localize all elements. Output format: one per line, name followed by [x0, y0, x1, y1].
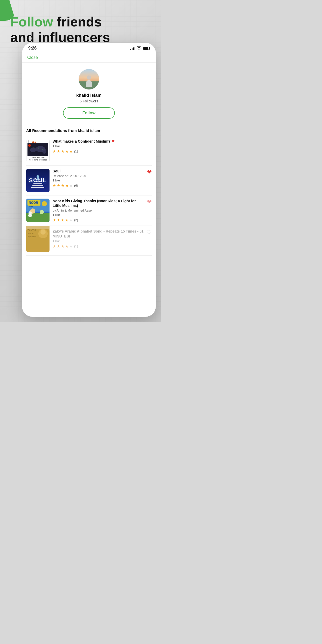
- stars-row-2: ★ ★ ★ ★ ★ (6): [53, 183, 144, 188]
- svg-point-1: [30, 148, 36, 152]
- star-1: ★: [53, 244, 56, 249]
- thumbnail-noor: NOOR Kids: [26, 199, 50, 222]
- svg-rect-10: [32, 185, 43, 186]
- star-2: ★: [57, 183, 60, 188]
- list-item: ZAKY'S Arabic Alphabet Zaky's Arabic Alp…: [26, 226, 152, 256]
- thumb-footer: LAMIC SOLUTIOfor today's problems: [29, 157, 47, 161]
- review-count-2: (6): [74, 184, 78, 187]
- close-bar: Close: [22, 53, 156, 63]
- rec-subtitle-2: Release on: 2020-12-25: [53, 174, 144, 178]
- svg-point-7: [28, 144, 31, 147]
- avatar-figure: [86, 75, 92, 87]
- review-count-4: (1): [74, 244, 78, 248]
- rec-title-4: Zaky's Arabic Alphabet Song - Repeats 15…: [53, 229, 144, 238]
- stars-row-4: ★ ★ ★ ★ ★ (1): [53, 244, 144, 249]
- rec-info-1: What makes a Confident Muslim? ❤ 1 like …: [53, 139, 152, 154]
- soul-title-text: SOUL: [29, 177, 47, 184]
- review-count-3: (2): [74, 218, 78, 222]
- list-item: SOUL Soul Release on: 2020-12-25 1 like …: [26, 166, 152, 195]
- star-4: ★: [65, 218, 68, 222]
- svg-text:Kids: Kids: [29, 205, 33, 207]
- heart-button-4[interactable]: ♡: [146, 229, 152, 236]
- svg-rect-9: [31, 187, 44, 188]
- rec-likes-1: 1 like: [53, 144, 144, 148]
- map-graphic: [27, 143, 48, 156]
- signal-bars-icon: [130, 46, 135, 50]
- hero-section: Follow friends and influencers: [10, 14, 110, 45]
- rec-info-3: Noor Kids Giving Thanks (Noor Kids; A Li…: [53, 199, 152, 222]
- recommendations-section: All Recommendations from khalid islam 🎙 …: [22, 124, 156, 256]
- star-1: ★: [53, 183, 56, 188]
- stars-row-1: ★ ★ ★ ★ ★ (1): [53, 149, 144, 154]
- list-item: NOOR Kids: [26, 195, 152, 226]
- svg-point-21: [42, 201, 47, 206]
- mic-icon: 🎙: [27, 140, 30, 143]
- islu-label: ISL∪: [31, 141, 36, 143]
- follow-button[interactable]: Follow: [63, 107, 115, 119]
- thumb-top: 🎙 ISL∪: [27, 140, 48, 143]
- svg-text:ZAKY'S: ZAKY'S: [27, 229, 36, 232]
- recommendations-title: All Recommendations from khalid islam: [26, 128, 152, 133]
- phone-content[interactable]: Close khalid islam 5 Followers Follow: [22, 53, 156, 317]
- svg-point-27: [30, 211, 32, 215]
- profile-section: khalid islam 5 Followers Follow: [22, 63, 156, 124]
- star-5: ★: [69, 183, 73, 188]
- signal-bar-4: [134, 47, 135, 50]
- person-head: [87, 75, 91, 80]
- star-3: ★: [61, 218, 64, 222]
- signal-bar-3: [133, 47, 134, 50]
- svg-point-5: [38, 148, 39, 149]
- svg-point-6: [42, 150, 43, 150]
- thumb-islamic-img: 🎙 ISL∪: [26, 139, 50, 162]
- svg-point-33: [40, 229, 46, 235]
- status-time: 9:26: [28, 46, 37, 51]
- star-5: ★: [69, 149, 73, 154]
- hero-title-friends: friends: [53, 14, 102, 29]
- avatar-image: [79, 69, 99, 89]
- star-4: ★: [65, 149, 68, 154]
- svg-text:Alphabet: Alphabet: [27, 235, 37, 238]
- thumbnail-soul: SOUL: [26, 169, 50, 192]
- hero-title: Follow friends and influencers: [10, 14, 110, 45]
- signal-bar-2: [132, 48, 132, 50]
- star-1: ★: [53, 218, 56, 222]
- review-count-1: (1): [74, 150, 78, 153]
- stars-row-3: ★ ★ ★ ★ ★ (2): [53, 218, 144, 222]
- svg-point-24: [40, 210, 44, 214]
- hero-title-green: Follow: [10, 14, 53, 29]
- star-2: ★: [57, 149, 60, 154]
- svg-text:Arabic: Arabic: [27, 232, 34, 235]
- star-1: ★: [53, 149, 56, 154]
- svg-point-3: [42, 149, 46, 154]
- rec-likes-3: 1 like: [53, 213, 144, 217]
- phone-mockup: 9:26 Close: [22, 43, 156, 317]
- star-4: ★: [65, 183, 68, 188]
- svg-text:NOOR: NOOR: [29, 201, 38, 205]
- thumbnail-zaky: ZAKY'S Arabic Alphabet: [26, 229, 50, 252]
- star-3: ★: [61, 244, 64, 249]
- thumb-zaky-img: ZAKY'S Arabic Alphabet: [26, 229, 50, 252]
- avatar: [79, 69, 99, 90]
- svg-point-4: [34, 147, 34, 148]
- profile-followers: 5 Followers: [80, 99, 98, 103]
- list-item: 🎙 ISL∪: [26, 136, 152, 166]
- star-3: ★: [61, 183, 64, 188]
- person-body: [86, 80, 92, 87]
- star-4: ★: [65, 244, 68, 249]
- close-button[interactable]: Close: [27, 55, 38, 60]
- star-3: ★: [61, 149, 64, 154]
- battery-fill: [143, 47, 148, 50]
- status-icons: [130, 46, 150, 51]
- rec-title-1: What makes a Confident Muslim? ❤: [53, 139, 144, 144]
- star-5: ★: [69, 244, 73, 249]
- heart-button-3[interactable]: ❤: [147, 199, 152, 205]
- rec-title-3: Noor Kids Giving Thanks (Noor Kids; A Li…: [53, 199, 144, 208]
- heart-button-2[interactable]: ❤: [147, 169, 152, 176]
- rec-info-4: Zaky's Arabic Alphabet Song - Repeats 15…: [53, 229, 152, 248]
- profile-name: khalid islam: [76, 93, 101, 98]
- rec-info-2: Soul Release on: 2020-12-25 1 like ★ ★ ★…: [53, 169, 152, 188]
- svg-point-26: [29, 211, 30, 215]
- thumb-soul-img: SOUL: [26, 169, 50, 192]
- star-2: ★: [57, 244, 60, 249]
- signal-bar-1: [130, 49, 131, 50]
